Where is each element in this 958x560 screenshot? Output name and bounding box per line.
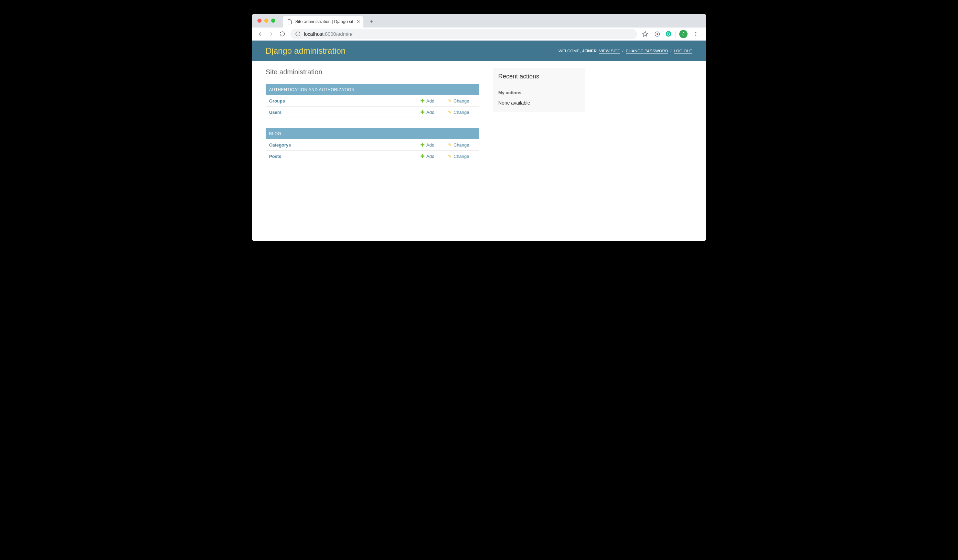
- bookmark-star-icon[interactable]: [641, 29, 650, 39]
- page-title: Site administration: [266, 68, 479, 76]
- plus-icon: ✚: [420, 142, 425, 147]
- user-tools: WELCOME, JFINER. VIEW SITE / CHANGE PASS…: [558, 49, 692, 53]
- sidebar-subtitle: My actions: [498, 90, 579, 95]
- extension-icon[interactable]: [653, 30, 661, 38]
- model-row: Users ✚Add ✎Change: [266, 107, 479, 118]
- grammarly-icon[interactable]: [665, 30, 672, 38]
- change-link[interactable]: ✎Change: [448, 142, 476, 147]
- browser-window: Site administration | Django sit × local…: [252, 14, 706, 241]
- minimize-window-button[interactable]: [264, 19, 268, 23]
- change-password-link[interactable]: CHANGE PASSWORD: [626, 49, 668, 54]
- plus-icon: ✚: [420, 98, 425, 104]
- none-available-text: None available: [498, 100, 579, 106]
- omnibox[interactable]: localhost:8000/admin/: [290, 29, 637, 39]
- svg-point-10: [695, 33, 696, 34]
- extension-icons: J: [651, 29, 703, 39]
- module-header[interactable]: AUTHENTICATION AND AUTHORIZATION: [266, 84, 479, 95]
- main-column: Site administration AUTHENTICATION AND A…: [266, 68, 479, 172]
- tab-title: Site administration | Django sit: [295, 19, 354, 24]
- svg-point-7: [657, 33, 658, 35]
- toolbar-divider: [676, 31, 676, 38]
- maximize-window-button[interactable]: [271, 19, 275, 23]
- close-window-button[interactable]: [257, 19, 262, 23]
- recent-actions-sidebar: Recent actions My actions None available: [493, 68, 585, 112]
- forward-button[interactable]: [266, 29, 276, 39]
- pencil-icon: ✎: [448, 142, 452, 147]
- model-row: Posts ✚Add ✎Change: [266, 151, 479, 162]
- app-module-auth: AUTHENTICATION AND AUTHORIZATION Groups …: [266, 84, 479, 118]
- model-link-users[interactable]: Users: [269, 110, 420, 115]
- tab-strip: Site administration | Django sit ×: [252, 14, 706, 27]
- pencil-icon: ✎: [448, 98, 452, 104]
- url-text: localhost:8000/admin/: [304, 31, 352, 37]
- reload-button[interactable]: [278, 29, 287, 39]
- change-link[interactable]: ✎Change: [448, 98, 476, 104]
- svg-point-11: [695, 35, 696, 36]
- module-header[interactable]: BLOG: [266, 128, 479, 139]
- brand-title[interactable]: Django administration: [266, 46, 346, 56]
- site-info-icon[interactable]: [295, 31, 300, 36]
- model-link-groups[interactable]: Groups: [269, 98, 420, 104]
- change-link[interactable]: ✎Change: [448, 110, 476, 115]
- welcome-text: WELCOME,: [558, 49, 582, 53]
- svg-marker-5: [643, 31, 648, 36]
- browser-tab[interactable]: Site administration | Django sit ×: [283, 16, 363, 27]
- username: JFINER: [582, 49, 597, 53]
- pencil-icon: ✎: [448, 154, 452, 159]
- model-link-posts[interactable]: Posts: [269, 154, 420, 159]
- svg-point-8: [666, 31, 671, 37]
- sidebar-title: Recent actions: [498, 73, 579, 80]
- window-controls: [255, 14, 278, 27]
- content: Site administration AUTHENTICATION AND A…: [252, 61, 706, 241]
- model-link-categorys[interactable]: Categorys: [269, 142, 420, 147]
- add-link[interactable]: ✚Add: [420, 153, 448, 159]
- app-module-blog: BLOG Categorys ✚Add ✎Change Posts ✚Add ✎…: [266, 128, 479, 162]
- plus-icon: ✚: [420, 109, 425, 115]
- plus-icon: ✚: [420, 153, 425, 159]
- django-header: Django administration WELCOME, JFINER. V…: [252, 41, 706, 61]
- pencil-icon: ✎: [448, 110, 452, 115]
- new-tab-button[interactable]: [367, 17, 376, 27]
- change-link[interactable]: ✎Change: [448, 154, 476, 159]
- sidebar-divider: [498, 85, 579, 85]
- svg-point-9: [695, 32, 696, 33]
- add-link[interactable]: ✚Add: [420, 109, 448, 115]
- add-link[interactable]: ✚Add: [420, 142, 448, 147]
- log-out-link[interactable]: LOG OUT: [674, 49, 692, 54]
- model-row: Categorys ✚Add ✎Change: [266, 139, 479, 151]
- close-tab-icon[interactable]: ×: [357, 19, 360, 24]
- model-row: Groups ✚Add ✎Change: [266, 95, 479, 107]
- profile-avatar[interactable]: J: [679, 30, 688, 38]
- back-button[interactable]: [255, 29, 265, 39]
- page-icon: [287, 19, 292, 24]
- view-site-link[interactable]: VIEW SITE: [599, 49, 620, 54]
- address-bar-row: localhost:8000/admin/ J: [252, 27, 706, 41]
- chrome-menu-icon[interactable]: [691, 29, 701, 39]
- add-link[interactable]: ✚Add: [420, 98, 448, 104]
